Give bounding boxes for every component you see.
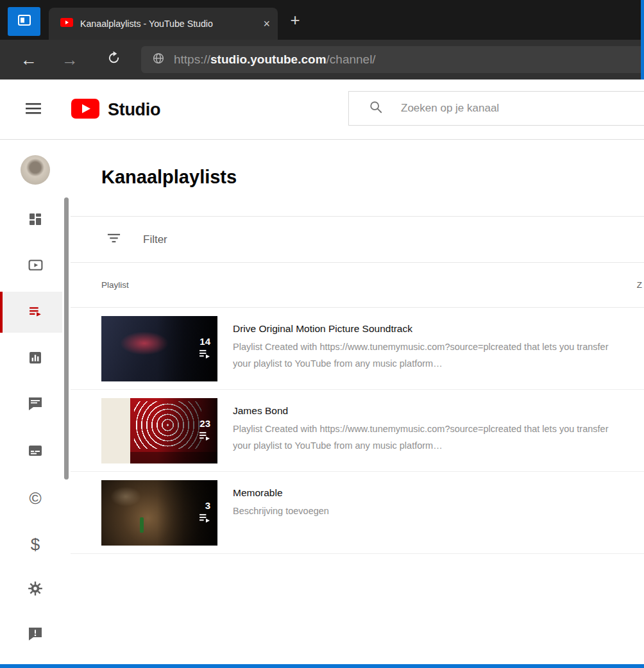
sidebar-item-feedback[interactable] (0, 615, 71, 656)
playlist-info: Drive Original Motion Picture Soundtrack… (233, 323, 634, 372)
playlist-row[interactable]: 3 Memorable Beschrijving toevoegen (71, 472, 644, 554)
playlist-thumbnail[interactable]: 3 (101, 480, 217, 546)
playlist-count-overlay: 23 (157, 398, 217, 463)
playlist-count: 3 (205, 500, 210, 511)
sidebar-item-analytics[interactable] (0, 338, 71, 380)
refresh-button[interactable] (100, 40, 127, 79)
playlist-count-overlay: 3 (157, 480, 217, 546)
playlist-row[interactable]: 14 Drive Original Motion Picture Soundtr… (71, 308, 644, 390)
search-input[interactable] (401, 102, 606, 115)
browser-toolbar: ← → https://studio.youtube.com/channel/ (0, 40, 644, 79)
browser-window-icon (17, 13, 32, 31)
copyright-icon: © (29, 490, 41, 506)
browser-tab[interactable]: Kanaalplaylists - YouTube Studio × (49, 8, 278, 40)
url-text: https://studio.youtube.com/channel/ (174, 53, 376, 67)
filter-bar[interactable]: Filter (71, 216, 644, 263)
subtitles-icon (28, 443, 43, 461)
studio-header: Studio (0, 79, 644, 140)
thumbnail-art (101, 398, 130, 463)
hamburger-icon (25, 100, 42, 119)
playlist-description: Playlist Created with https://www.tunemy… (233, 421, 610, 454)
playlist-stack-icon (199, 431, 210, 444)
studio-logo[interactable]: Studio (71, 99, 160, 121)
filter-label: Filter (143, 233, 167, 246)
new-tab-button[interactable]: + (285, 0, 305, 40)
sidebar-item-copyright[interactable]: © (0, 478, 71, 519)
playlist-description: Playlist Created with https://www.tunemy… (233, 338, 610, 372)
search-icon (369, 100, 383, 117)
playlist-count: 23 (199, 418, 210, 429)
sidebar-item-settings[interactable] (0, 569, 71, 610)
tab-close-icon[interactable]: × (263, 17, 270, 31)
playlist-thumbnail[interactable]: 14 (101, 316, 217, 381)
thumbnail-art (110, 487, 140, 506)
gear-icon (27, 580, 44, 599)
playlist-description: Beschrijving toevoegen (233, 503, 610, 519)
studio-wordmark: Studio (108, 100, 160, 120)
playlist-title[interactable]: Drive Original Motion Picture Soundtrack (233, 323, 634, 335)
playlist-title[interactable]: James Bond (233, 405, 634, 417)
table-header-row: Playlist Z (71, 263, 644, 308)
visibility-column-header: Z (637, 280, 642, 290)
browser-window: Kanaalplaylists - YouTube Studio × + ← →… (0, 0, 644, 668)
channel-search-box[interactable] (348, 91, 644, 126)
window-border-bottom (0, 664, 644, 668)
filter-icon (106, 231, 121, 248)
sidebar-item-content[interactable] (0, 246, 71, 287)
comments-icon (28, 396, 43, 414)
playlist-count: 14 (199, 336, 210, 347)
window-border-right (641, 0, 644, 79)
sidebar-item-comments[interactable] (0, 385, 71, 426)
content-icon (28, 257, 44, 276)
sidebar-item-monetization[interactable]: $ (0, 524, 71, 565)
url-scheme: https:// (174, 53, 210, 66)
thumbnail-art (140, 517, 144, 533)
sidebar-item-dashboard[interactable] (0, 200, 71, 241)
menu-button[interactable] (24, 101, 42, 119)
browser-logo-button[interactable] (8, 7, 40, 36)
sidebar-scrollbar[interactable] (64, 197, 69, 480)
url-path: /channel/ (326, 53, 376, 66)
browser-tab-bar: Kanaalplaylists - YouTube Studio × + (0, 0, 644, 40)
sidebar-item-subtitles[interactable] (0, 431, 71, 472)
main-content: Kanaalplaylists Filter Playlist Z 14 (71, 140, 644, 664)
url-domain: studio.youtube.com (210, 53, 326, 66)
playlist-info: Memorable Beschrijving toevoegen (233, 487, 634, 519)
forward-button[interactable]: → (56, 40, 83, 79)
page-title: Kanaalplaylists (101, 167, 644, 188)
analytics-icon (28, 350, 43, 368)
address-bar[interactable]: https://studio.youtube.com/channel/ (141, 46, 644, 73)
playlist-title[interactable]: Memorable (233, 487, 634, 499)
playlist-stack-icon (199, 514, 210, 526)
globe-icon (151, 51, 165, 68)
avatar[interactable] (21, 155, 50, 185)
playlist-thumbnail[interactable]: 23 (101, 398, 217, 463)
feedback-icon (28, 626, 43, 644)
youtube-logo-icon (71, 99, 99, 121)
refresh-icon (106, 50, 121, 70)
sidebar-item-playlists[interactable] (0, 292, 71, 333)
tab-title: Kanaalplaylists - YouTube Studio (80, 19, 258, 29)
monetization-icon: $ (31, 536, 40, 553)
studio-sidebar: © $ (0, 140, 71, 664)
playlist-count-overlay: 14 (157, 316, 217, 381)
playlist-info: James Bond Playlist Created with https:/… (233, 405, 634, 454)
playlists-icon (28, 303, 44, 322)
playlist-row[interactable]: 23 James Bond Playlist Created with http… (71, 390, 644, 472)
youtube-favicon (60, 18, 73, 29)
back-button[interactable]: ← (15, 40, 42, 79)
dashboard-icon (28, 212, 43, 230)
playlist-stack-icon (199, 349, 210, 362)
playlist-column-header: Playlist (101, 280, 129, 290)
